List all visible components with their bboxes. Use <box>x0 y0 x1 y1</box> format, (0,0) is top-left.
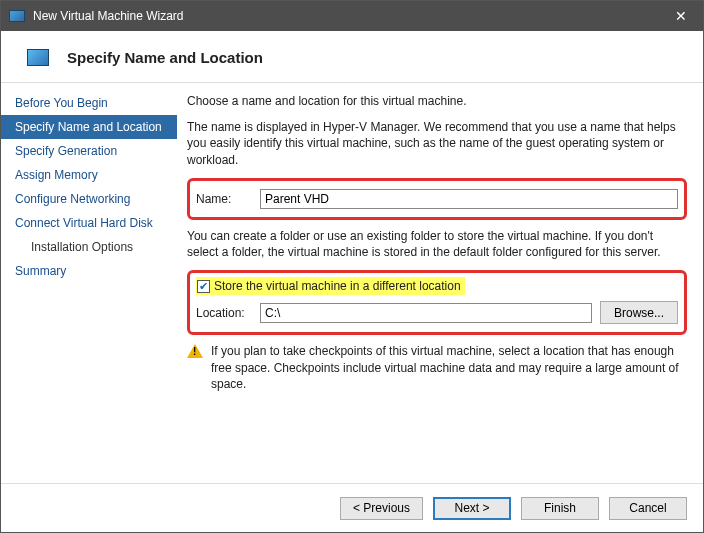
step-installation-options[interactable]: Installation Options <box>1 235 177 259</box>
previous-button[interactable]: < Previous <box>340 497 423 520</box>
wizard-body: Before You Begin Specify Name and Locati… <box>1 82 703 484</box>
step-connect-vhd[interactable]: Connect Virtual Hard Disk <box>1 211 177 235</box>
window-title: New Virtual Machine Wizard <box>33 9 659 23</box>
name-label: Name: <box>196 191 252 207</box>
wizard-window: New Virtual Machine Wizard ✕ Specify Nam… <box>0 0 704 533</box>
warning-icon <box>187 344 203 358</box>
warning-row: If you plan to take checkpoints of this … <box>187 343 687 392</box>
warning-text: If you plan to take checkpoints of this … <box>211 343 687 392</box>
finish-button[interactable]: Finish <box>521 497 599 520</box>
next-button[interactable]: Next > <box>433 497 511 520</box>
step-configure-networking[interactable]: Configure Networking <box>1 187 177 211</box>
wizard-content: Choose a name and location for this virt… <box>177 83 703 483</box>
titlebar: New Virtual Machine Wizard ✕ <box>1 1 703 31</box>
location-input[interactable] <box>260 303 592 323</box>
store-checkbox[interactable]: ✔ <box>197 280 210 293</box>
step-assign-memory[interactable]: Assign Memory <box>1 163 177 187</box>
vm-icon <box>27 49 49 66</box>
cancel-button[interactable]: Cancel <box>609 497 687 520</box>
step-specify-generation[interactable]: Specify Generation <box>1 139 177 163</box>
location-label: Location: <box>196 305 252 321</box>
location-row: Location: Browse... <box>196 301 678 324</box>
step-summary[interactable]: Summary <box>1 259 177 283</box>
browse-button[interactable]: Browse... <box>600 301 678 324</box>
intro-text: Choose a name and location for this virt… <box>187 93 687 109</box>
folder-help-text: You can create a folder or use an existi… <box>187 228 687 260</box>
step-sidebar: Before You Begin Specify Name and Locati… <box>1 83 177 483</box>
store-checkbox-wrap[interactable]: ✔ Store the virtual machine in a differe… <box>196 277 465 295</box>
page-title: Specify Name and Location <box>67 49 263 66</box>
step-specify-name-location[interactable]: Specify Name and Location <box>1 115 177 139</box>
name-highlight: Name: <box>187 178 687 220</box>
step-before-you-begin[interactable]: Before You Begin <box>1 91 177 115</box>
wizard-footer: < Previous Next > Finish Cancel <box>1 484 703 532</box>
wizard-header: Specify Name and Location <box>1 31 703 82</box>
store-checkbox-label: Store the virtual machine in a different… <box>214 278 461 294</box>
name-help-text: The name is displayed in Hyper-V Manager… <box>187 119 687 168</box>
close-button[interactable]: ✕ <box>659 1 703 31</box>
name-input[interactable] <box>260 189 678 209</box>
app-icon <box>9 10 25 22</box>
location-highlight: ✔ Store the virtual machine in a differe… <box>187 270 687 335</box>
name-row: Name: <box>196 189 678 209</box>
